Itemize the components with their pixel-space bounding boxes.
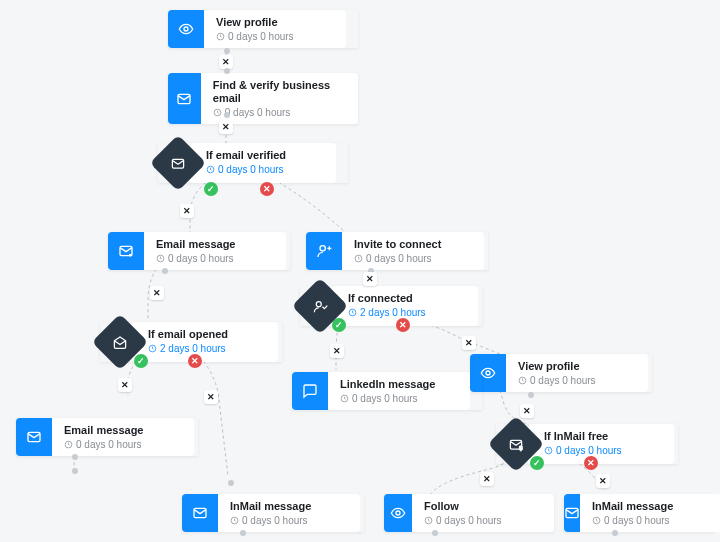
add-step-button[interactable]: ✕ xyxy=(363,272,377,286)
add-step-button[interactable]: ✕ xyxy=(596,474,610,488)
node-delay: 0 days 0 hours xyxy=(340,393,460,404)
add-step-button[interactable]: ✕ xyxy=(204,390,218,404)
branch-yes: ✓ xyxy=(134,354,148,368)
node-title: Invite to connect xyxy=(354,238,474,251)
node-title: Find & verify business email xyxy=(213,79,348,105)
add-step-button[interactable]: ✕ xyxy=(330,344,344,358)
node-delay: 0 days 0 hours xyxy=(216,31,336,42)
node-title: View profile xyxy=(216,16,336,29)
node-title: If connected xyxy=(348,292,468,305)
mail-icon xyxy=(168,73,201,124)
connector-dot xyxy=(72,454,78,460)
chat-icon xyxy=(292,372,328,410)
node-email-message[interactable]: Email message0 days 0 hours xyxy=(108,232,290,270)
connector-dot xyxy=(72,468,78,474)
node-delay: 0 days 0 hours xyxy=(518,375,638,386)
add-step-button[interactable]: ✕ xyxy=(219,55,233,69)
flow-canvas[interactable]: { "nodes": { "n1": {"title":"View profil… xyxy=(0,0,720,542)
connector-dot xyxy=(224,68,230,74)
node-inmail-message-2[interactable]: InMail message0 days 0 hours xyxy=(564,494,714,532)
svg-point-12 xyxy=(316,301,321,306)
mail-send-icon xyxy=(564,494,580,532)
node-linkedin-message[interactable]: LinkedIn message0 days 0 hours xyxy=(292,372,482,410)
branch-no: ✕ xyxy=(260,182,274,196)
svg-point-15 xyxy=(486,371,490,375)
add-step-button[interactable]: ✕ xyxy=(219,120,233,134)
mail-send-icon xyxy=(182,494,218,532)
node-invite-connect[interactable]: Invite to connect0 days 0 hours xyxy=(306,232,488,270)
node-title: If email verified xyxy=(206,149,326,162)
connector-dot xyxy=(528,392,534,398)
node-title: If InMail free xyxy=(544,430,664,443)
mail-send-icon xyxy=(108,232,144,270)
add-step-button[interactable]: ✕ xyxy=(150,286,164,300)
connector-dot xyxy=(240,530,246,536)
add-step-button[interactable]: ✕ xyxy=(180,204,194,218)
person-add-icon xyxy=(306,232,342,270)
branch-no: ✕ xyxy=(584,456,598,470)
node-delay: 0 days 0 hours xyxy=(354,253,474,264)
node-delay: 2 days 0 hours xyxy=(348,307,468,318)
node-title: Email message xyxy=(156,238,276,251)
node-delay: 0 days 0 hours xyxy=(592,515,712,526)
branch-no: ✕ xyxy=(396,318,410,332)
node-if-connected[interactable]: If connected2 days 0 hours xyxy=(300,286,482,326)
branch-no: ✕ xyxy=(188,354,202,368)
eye-icon xyxy=(168,10,204,48)
eye-icon xyxy=(384,494,412,532)
node-delay: 0 days 0 hours xyxy=(213,107,348,118)
svg-point-2 xyxy=(184,27,188,31)
node-view-profile-2[interactable]: View profile0 days 0 hours xyxy=(470,354,652,392)
add-step-button[interactable]: ✕ xyxy=(462,336,476,350)
add-step-button[interactable]: ✕ xyxy=(118,378,132,392)
node-title: Follow xyxy=(424,500,544,513)
connector-dot xyxy=(162,268,168,274)
connector-dot xyxy=(612,530,618,536)
add-step-button[interactable]: ✕ xyxy=(480,472,494,486)
node-find-verify-email[interactable]: Find & verify business email0 days 0 hou… xyxy=(168,73,358,124)
branch-yes: ✓ xyxy=(530,456,544,470)
connector-dot xyxy=(224,112,230,118)
node-email-message-2[interactable]: Email message0 days 0 hours xyxy=(16,418,198,456)
connector-dot xyxy=(228,480,234,486)
mail-send-icon xyxy=(16,418,52,456)
svg-point-25 xyxy=(396,511,400,515)
branch-yes: ✓ xyxy=(204,182,218,196)
node-title: View profile xyxy=(518,360,638,373)
node-delay: 0 days 0 hours xyxy=(544,445,664,456)
node-title: Email message xyxy=(64,424,184,437)
node-if-email-verified[interactable]: If email verified0 days 0 hours xyxy=(158,143,348,183)
node-delay: 0 days 0 hours xyxy=(230,515,350,526)
node-delay: 0 days 0 hours xyxy=(424,515,544,526)
svg-text:$: $ xyxy=(519,444,523,450)
node-delay: 0 days 0 hours xyxy=(156,253,276,264)
svg-rect-6 xyxy=(172,159,183,168)
node-delay: 0 days 0 hours xyxy=(206,164,326,175)
node-title: InMail message xyxy=(230,500,350,513)
svg-point-10 xyxy=(320,246,325,251)
connector-dot xyxy=(432,530,438,536)
node-delay: 2 days 0 hours xyxy=(148,343,268,354)
add-step-button[interactable]: ✕ xyxy=(520,404,534,418)
node-follow[interactable]: Follow0 days 0 hours xyxy=(384,494,554,532)
node-delay: 0 days 0 hours xyxy=(64,439,184,450)
node-title: InMail message xyxy=(592,500,712,513)
node-inmail-message[interactable]: InMail message0 days 0 hours xyxy=(182,494,364,532)
node-title: If email opened xyxy=(148,328,268,341)
node-view-profile[interactable]: View profile0 days 0 hours xyxy=(168,10,358,48)
node-title: LinkedIn message xyxy=(340,378,460,391)
connector-dot xyxy=(224,48,230,54)
